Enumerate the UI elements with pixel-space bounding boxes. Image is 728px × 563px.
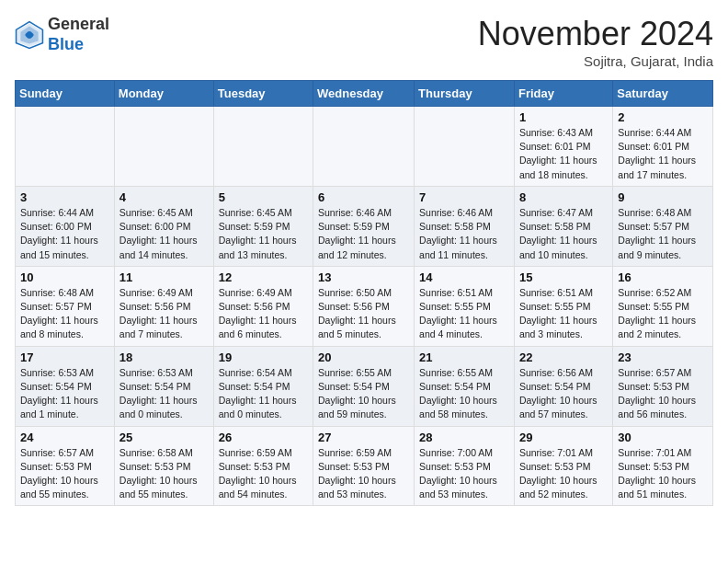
calendar-week-row: 1Sunrise: 6:43 AMSunset: 6:01 PMDaylight… <box>16 107 713 187</box>
day-info: Sunrise: 6:50 AMSunset: 5:56 PMDaylight:… <box>318 286 409 342</box>
calendar-cell: 16Sunrise: 6:52 AMSunset: 5:55 PMDayligh… <box>613 266 713 346</box>
calendar-cell: 1Sunrise: 6:43 AMSunset: 6:01 PMDaylight… <box>514 107 612 187</box>
day-number: 21 <box>419 350 509 364</box>
day-info: Sunrise: 7:01 AMSunset: 5:53 PMDaylight:… <box>618 446 708 502</box>
calendar-week-row: 24Sunrise: 6:57 AMSunset: 5:53 PMDayligh… <box>16 426 713 506</box>
calendar-cell: 27Sunrise: 6:59 AMSunset: 5:53 PMDayligh… <box>313 426 415 506</box>
calendar-cell: 24Sunrise: 6:57 AMSunset: 5:53 PMDayligh… <box>16 426 115 506</box>
day-info: Sunrise: 6:44 AMSunset: 6:00 PMDaylight:… <box>20 206 109 262</box>
day-number: 15 <box>519 270 608 284</box>
day-number: 25 <box>119 431 209 444</box>
location-text: Sojitra, Gujarat, India <box>478 53 713 69</box>
day-info: Sunrise: 7:01 AMSunset: 5:53 PMDaylight:… <box>519 446 608 502</box>
day-number: 29 <box>519 431 608 444</box>
calendar-cell: 23Sunrise: 6:57 AMSunset: 5:53 PMDayligh… <box>613 346 713 426</box>
day-info: Sunrise: 6:51 AMSunset: 5:55 PMDaylight:… <box>519 286 608 342</box>
day-info: Sunrise: 6:48 AMSunset: 5:57 PMDaylight:… <box>618 206 708 262</box>
day-info: Sunrise: 6:43 AMSunset: 6:01 PMDaylight:… <box>519 126 608 182</box>
calendar-cell: 25Sunrise: 6:58 AMSunset: 5:53 PMDayligh… <box>114 426 213 506</box>
day-number: 1 <box>519 110 608 124</box>
day-number: 14 <box>419 270 509 284</box>
calendar-cell: 19Sunrise: 6:54 AMSunset: 5:54 PMDayligh… <box>213 346 313 426</box>
calendar-cell: 6Sunrise: 6:46 AMSunset: 5:59 PMDaylight… <box>313 186 415 266</box>
day-number: 30 <box>618 431 708 444</box>
calendar-cell: 17Sunrise: 6:53 AMSunset: 5:54 PMDayligh… <box>16 346 115 426</box>
calendar-cell: 20Sunrise: 6:55 AMSunset: 5:54 PMDayligh… <box>313 346 415 426</box>
day-info: Sunrise: 6:46 AMSunset: 5:58 PMDaylight:… <box>419 206 509 262</box>
calendar-cell <box>415 107 515 187</box>
day-number: 24 <box>20 431 109 444</box>
day-number: 28 <box>419 431 509 444</box>
day-info: Sunrise: 6:55 AMSunset: 5:54 PMDaylight:… <box>318 366 409 422</box>
calendar-cell <box>213 107 313 187</box>
day-info: Sunrise: 6:57 AMSunset: 5:53 PMDaylight:… <box>20 446 109 502</box>
day-number: 2 <box>618 110 708 124</box>
day-number: 22 <box>519 350 608 364</box>
calendar-cell: 2Sunrise: 6:44 AMSunset: 6:01 PMDaylight… <box>613 107 713 187</box>
calendar-header-row: SundayMondayTuesdayWednesdayThursdayFrid… <box>16 81 713 107</box>
weekday-header: Friday <box>514 81 612 107</box>
calendar-cell: 8Sunrise: 6:47 AMSunset: 5:58 PMDaylight… <box>514 186 612 266</box>
calendar-cell: 13Sunrise: 6:50 AMSunset: 5:56 PMDayligh… <box>313 266 415 346</box>
calendar-cell: 21Sunrise: 6:55 AMSunset: 5:54 PMDayligh… <box>415 346 515 426</box>
calendar-cell: 4Sunrise: 6:45 AMSunset: 6:00 PMDaylight… <box>114 186 213 266</box>
day-number: 3 <box>20 190 109 204</box>
calendar-cell: 26Sunrise: 6:59 AMSunset: 5:53 PMDayligh… <box>213 426 313 506</box>
calendar-cell: 10Sunrise: 6:48 AMSunset: 5:57 PMDayligh… <box>16 266 115 346</box>
day-number: 18 <box>119 350 209 364</box>
logo: General Blue <box>15 15 109 54</box>
day-info: Sunrise: 6:57 AMSunset: 5:53 PMDaylight:… <box>618 366 708 422</box>
day-number: 19 <box>219 350 308 364</box>
day-number: 16 <box>618 270 708 284</box>
day-number: 10 <box>20 270 109 284</box>
calendar-cell: 18Sunrise: 6:53 AMSunset: 5:54 PMDayligh… <box>114 346 213 426</box>
calendar-week-row: 3Sunrise: 6:44 AMSunset: 6:00 PMDaylight… <box>16 186 713 266</box>
calendar-week-row: 17Sunrise: 6:53 AMSunset: 5:54 PMDayligh… <box>16 346 713 426</box>
day-number: 23 <box>618 350 708 364</box>
day-info: Sunrise: 6:45 AMSunset: 5:59 PMDaylight:… <box>219 206 308 262</box>
weekday-header: Tuesday <box>213 81 313 107</box>
day-info: Sunrise: 6:53 AMSunset: 5:54 PMDaylight:… <box>119 366 209 422</box>
calendar-cell <box>16 107 115 187</box>
calendar-cell: 7Sunrise: 6:46 AMSunset: 5:58 PMDaylight… <box>415 186 515 266</box>
calendar-cell: 29Sunrise: 7:01 AMSunset: 5:53 PMDayligh… <box>514 426 612 506</box>
day-info: Sunrise: 6:47 AMSunset: 5:58 PMDaylight:… <box>519 206 608 262</box>
day-number: 26 <box>219 431 308 444</box>
calendar-table: SundayMondayTuesdayWednesdayThursdayFrid… <box>15 80 713 506</box>
day-info: Sunrise: 6:56 AMSunset: 5:54 PMDaylight:… <box>519 366 608 422</box>
page-header: General Blue November 2024 Sojitra, Guja… <box>15 15 713 69</box>
day-info: Sunrise: 6:59 AMSunset: 5:53 PMDaylight:… <box>219 446 308 502</box>
day-number: 5 <box>219 190 308 204</box>
calendar-cell: 14Sunrise: 6:51 AMSunset: 5:55 PMDayligh… <box>415 266 515 346</box>
day-info: Sunrise: 6:44 AMSunset: 6:01 PMDaylight:… <box>618 126 708 182</box>
day-info: Sunrise: 6:55 AMSunset: 5:54 PMDaylight:… <box>419 366 509 422</box>
day-info: Sunrise: 6:52 AMSunset: 5:55 PMDaylight:… <box>618 286 708 342</box>
calendar-cell: 30Sunrise: 7:01 AMSunset: 5:53 PMDayligh… <box>613 426 713 506</box>
calendar-cell: 15Sunrise: 6:51 AMSunset: 5:55 PMDayligh… <box>514 266 612 346</box>
weekday-header: Thursday <box>415 81 515 107</box>
day-info: Sunrise: 6:53 AMSunset: 5:54 PMDaylight:… <box>20 366 109 422</box>
day-info: Sunrise: 6:49 AMSunset: 5:56 PMDaylight:… <box>119 286 209 342</box>
calendar-week-row: 10Sunrise: 6:48 AMSunset: 5:57 PMDayligh… <box>16 266 713 346</box>
day-number: 8 <box>519 190 608 204</box>
day-number: 6 <box>318 190 409 204</box>
weekday-header: Saturday <box>613 81 713 107</box>
calendar-cell <box>313 107 415 187</box>
calendar-cell: 12Sunrise: 6:49 AMSunset: 5:56 PMDayligh… <box>213 266 313 346</box>
day-number: 7 <box>419 190 509 204</box>
day-info: Sunrise: 6:49 AMSunset: 5:56 PMDaylight:… <box>219 286 308 342</box>
day-info: Sunrise: 6:45 AMSunset: 6:00 PMDaylight:… <box>119 206 209 262</box>
day-info: Sunrise: 6:58 AMSunset: 5:53 PMDaylight:… <box>119 446 209 502</box>
logo-icon <box>15 20 44 50</box>
calendar-cell: 9Sunrise: 6:48 AMSunset: 5:57 PMDaylight… <box>613 186 713 266</box>
day-number: 20 <box>318 350 409 364</box>
calendar-cell: 5Sunrise: 6:45 AMSunset: 5:59 PMDaylight… <box>213 186 313 266</box>
day-number: 17 <box>20 350 109 364</box>
day-info: Sunrise: 6:51 AMSunset: 5:55 PMDaylight:… <box>419 286 509 342</box>
title-block: November 2024 Sojitra, Gujarat, India <box>478 15 713 69</box>
day-number: 4 <box>119 190 209 204</box>
day-number: 12 <box>219 270 308 284</box>
calendar-cell: 22Sunrise: 6:56 AMSunset: 5:54 PMDayligh… <box>514 346 612 426</box>
calendar-cell: 3Sunrise: 6:44 AMSunset: 6:00 PMDaylight… <box>16 186 115 266</box>
calendar-cell: 11Sunrise: 6:49 AMSunset: 5:56 PMDayligh… <box>114 266 213 346</box>
